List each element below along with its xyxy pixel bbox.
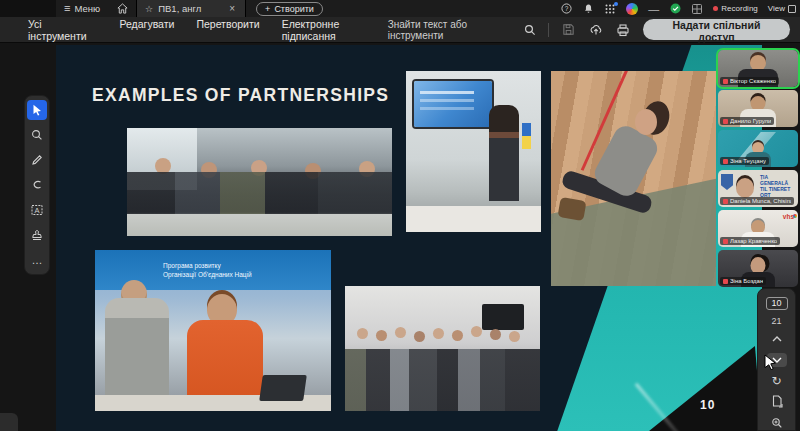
photo-meeting-table — [127, 128, 392, 236]
search-field[interactable]: Знайти текст або інструменти — [388, 19, 537, 41]
slide-page-number: 10 — [700, 398, 715, 412]
minimize-icon[interactable]: — — [648, 3, 659, 15]
recording-indicator: Recording — [713, 4, 757, 13]
pdf-slide-page: EXAMPLES OF PARTNERSHIPS 10 — [56, 45, 762, 431]
participant-tile[interactable]: vhs Лазар Кравченко — [718, 210, 798, 247]
notification-dot — [614, 2, 618, 6]
security-shield-icon — [669, 3, 681, 15]
participant-name: Лазар Кравченко — [730, 238, 777, 244]
svg-text:A: A — [34, 206, 39, 215]
participant-tile[interactable]: Данило Гурули — [718, 90, 798, 127]
user-avatar[interactable] — [626, 3, 638, 15]
tab-close-icon[interactable]: × — [227, 3, 237, 14]
participant-name-bar: Зіна Боздан — [720, 277, 766, 285]
photo-presentation-room — [406, 71, 541, 232]
photo-tv-screen — [482, 304, 524, 330]
photo-standing-presenter — [489, 105, 519, 201]
save-icon[interactable] — [561, 22, 576, 38]
help-icon[interactable]: ? — [560, 3, 572, 15]
participant-tile[interactable]: ȚIA GENERALĂ TIL TINERET ORT Daniela Mun… — [718, 170, 798, 207]
photo-screen-text-lines — [420, 91, 474, 94]
recording-dot-icon — [713, 6, 718, 11]
photo-projector-screen — [414, 81, 492, 127]
cloud-upload-icon[interactable] — [588, 22, 603, 38]
share-button[interactable]: Надати спільний доступ — [643, 19, 790, 40]
photo-undp-office: Програма розвитку Організації Об'єднаних… — [95, 250, 331, 411]
rotate-page-button[interactable]: ↻ — [767, 373, 787, 388]
participant-name: Daniela Munca, Chisinau — [730, 198, 791, 204]
menu-label: Меню — [74, 3, 100, 14]
plus-icon: + — [265, 4, 270, 14]
gallery-view-icon[interactable] — [691, 3, 703, 15]
titlebar-right-cluster: ? — Recording View — [560, 3, 800, 15]
participant-name-bar: Зіна Теуцану — [720, 157, 769, 165]
photo-group-standing — [345, 286, 540, 411]
photo-boot — [557, 197, 586, 221]
hamburger-icon: ≡ — [64, 3, 70, 14]
video-call-strip: Віктор Скаженко Данило Гурули Зіна Теуца… — [718, 50, 798, 287]
menu-all-tools[interactable]: Усі інструменти — [28, 18, 97, 42]
view-menu[interactable]: View — [768, 4, 796, 13]
document-area: EXAMPLES OF PARTNERSHIPS 10 — [0, 43, 800, 431]
mouse-cursor — [764, 354, 777, 375]
divider — [548, 23, 549, 37]
photo-group-bodies — [345, 349, 540, 411]
photo-ukraine-flag — [522, 123, 531, 149]
create-label: Створити — [274, 4, 314, 14]
stamp-tool-button[interactable] — [27, 225, 47, 245]
current-page-input[interactable]: 10 — [766, 297, 788, 310]
tools-bar: Усі інструменти Редагувати Перетворити Е… — [0, 17, 800, 43]
undp-banner-line1: Програма розвитку — [163, 262, 331, 269]
flyer-line: ȚIA GENERALĂ — [760, 174, 796, 186]
muted-mic-icon — [723, 119, 728, 124]
view-label: View — [768, 4, 785, 13]
muted-mic-icon — [723, 159, 728, 164]
photo-group-heads — [357, 328, 368, 339]
muted-mic-icon — [723, 79, 728, 84]
more-tools-button[interactable]: … — [27, 250, 47, 270]
home-icon — [116, 3, 128, 15]
participant-name-bar: Daniela Munca, Chisinau — [720, 197, 794, 205]
text-box-tool-button[interactable]: A — [27, 200, 47, 220]
slide-title: EXAMPLES OF PARTNERSHIPS — [92, 85, 389, 106]
pencil-annotate-button[interactable] — [27, 150, 47, 170]
flyer-crest-icon — [721, 174, 733, 190]
participant-tile[interactable]: Зіна Боздан — [718, 250, 798, 287]
document-tab[interactable]: ☆ ПВ1, англ × — [136, 0, 246, 17]
muted-mic-icon — [723, 239, 728, 244]
notifications-bell-icon[interactable] — [582, 3, 594, 15]
favorite-star-icon[interactable]: ☆ — [145, 4, 153, 14]
muted-mic-icon — [723, 279, 728, 284]
toolbar-right-cluster: Знайти текст або інструменти Надати спіл… — [388, 19, 800, 41]
participant-name-bar: Віктор Скаженко — [720, 77, 779, 85]
lasso-eraser-button[interactable] — [27, 175, 47, 195]
menu-convert[interactable]: Перетворити — [196, 18, 259, 42]
select-tool-button[interactable] — [27, 100, 47, 120]
rotate-icon: ↻ — [771, 374, 781, 388]
zoom-in-button[interactable] — [767, 415, 787, 430]
menu-button[interactable]: ≡ Меню — [56, 0, 108, 17]
fit-page-button[interactable] — [767, 394, 787, 409]
document-tab-title: ПВ1, англ — [158, 3, 201, 14]
print-icon[interactable] — [616, 22, 631, 38]
participant-name: Данило Гурули — [730, 118, 771, 124]
participant-tile[interactable]: Віктор Скаженко — [718, 50, 798, 87]
titlebar-corner — [0, 0, 56, 17]
acrobat-window: ≡ Меню ☆ ПВ1, англ × + Створити ? — [0, 0, 800, 431]
search-icon — [524, 24, 536, 36]
previous-page-button[interactable] — [767, 332, 787, 347]
home-button[interactable] — [108, 0, 136, 17]
zoom-tool-button[interactable] — [27, 125, 47, 145]
participant-tile[interactable]: Зіна Теуцану — [718, 130, 798, 167]
participant-name-bar: Данило Гурули — [720, 117, 774, 125]
photo-laptop — [259, 375, 307, 401]
menu-esign[interactable]: Електронне підписання — [282, 18, 388, 42]
search-label: Знайти текст або інструменти — [388, 19, 519, 41]
participant-name: Віктор Скаженко — [730, 78, 776, 84]
apps-grid-icon[interactable] — [604, 3, 616, 15]
photo-conference-table — [406, 206, 541, 232]
create-button[interactable]: + Створити — [256, 2, 323, 16]
muted-mic-icon — [723, 199, 728, 204]
menu-edit[interactable]: Редагувати — [119, 18, 174, 42]
bottom-left-panel-stub[interactable] — [0, 413, 18, 431]
